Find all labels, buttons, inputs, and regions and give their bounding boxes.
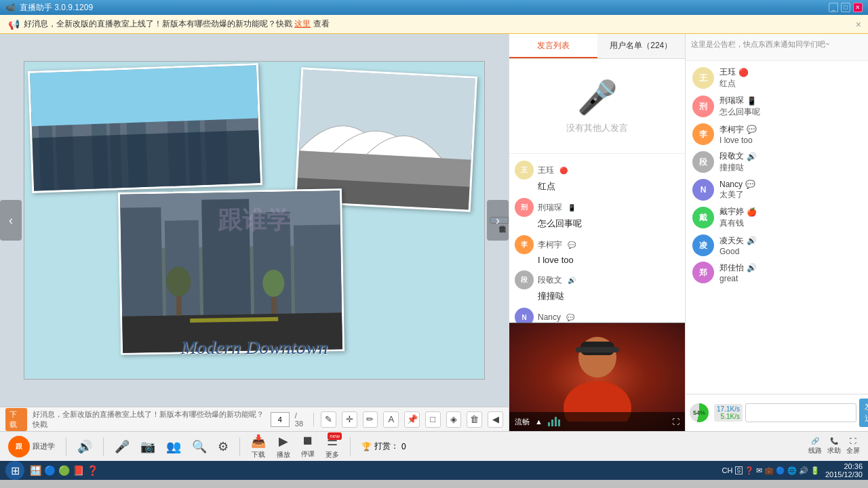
announcement-link[interactable]: 这里 [294,18,311,30]
current-time: 20:36 [825,462,863,470]
svg-rect-12 [32,130,260,191]
user-avatar: 王 [515,161,534,180]
user-list-message: 撞撞哒 [719,162,861,174]
svg-rect-32 [576,347,619,352]
pencil-tool-button[interactable]: ✎ [321,411,336,428]
volume-button[interactable]: 🔊 [77,439,92,454]
mic-placeholder: 🎤 没有其他人发言 [566,59,628,153]
user-list-info: 刑瑞琛 📱 怎么回事呢 [719,95,861,118]
video-preview: 流畅 ▲ ⛶ [509,323,685,431]
user-badge: 📱 [568,204,576,211]
photo-bottomleft [118,188,344,355]
user-list-info: 李柯宇 💬 I love too [719,124,861,145]
announcement-icon: 📢 [8,19,20,30]
user-name: Nancy [538,312,561,322]
delete-tool-button[interactable]: 🗑 [467,411,482,428]
stop-icon: ⏹ [302,434,314,448]
taskbar-icon-pdf[interactable]: 📕 [73,465,84,476]
bottom-toolbar: 跟 跟进学 🔊 🎤 📷 👥 🔍 ⚙ 📥 下载 ▶ 播放 ⏹ 停课 ☰ 更多 ne… [0,431,868,461]
logo-text: 跟 [16,442,22,451]
page-total: / 38 [295,411,307,428]
user-list-badge: 💬 [745,180,755,189]
chat-text-input[interactable] [745,403,856,422]
vol-bar-2 [551,420,553,426]
user-list-avatar: 郑 [692,262,714,283]
online-button[interactable]: 🔗 线路 [808,437,822,455]
message-user: 刑 刑瑞琛 📱 [515,198,679,217]
prev-slide-button[interactable]: ‹ [0,200,22,241]
bottom-separator-4 [350,437,351,456]
network-upload-speed: 17.1K/s [717,405,740,413]
collapse-tool-button[interactable]: ◀ [488,411,503,428]
camera-button[interactable]: 📷 [140,439,155,454]
pen-tool-button[interactable]: ✏ [363,411,378,428]
user-badge: 🔊 [568,277,576,284]
camera-icon: 📷 [140,439,155,454]
download-button[interactable]: 📥 下载 [251,434,266,460]
taskbar-left: ⊞ 🪟 🔵 🟢 📕 ❓ [5,461,722,480]
user-list-info: 郑佳怡 🔊 great [719,262,861,283]
user-list-name: 凌天矢 🔊 [719,235,861,247]
users-button[interactable]: 👥 [166,439,181,454]
title-bar: 📹 直播助手 3.0.9.1209 _ □ ✕ [0,0,868,15]
user-list-avatar: 王 [692,67,714,89]
zoom-button[interactable]: 🔍 [192,439,207,454]
user-name: 刑瑞琛 [538,202,562,214]
user-list-badge: 📱 [747,96,757,106]
help-button[interactable]: 📞 求助 [827,437,841,455]
stop-button[interactable]: ⏹ 停课 [301,434,315,459]
bottom-separator-2 [103,437,104,456]
page-number-input[interactable] [271,412,290,427]
more-button[interactable]: ☰ 更多 new [326,434,339,460]
taskbar-icon-help[interactable]: ❓ [87,465,98,476]
tab-messages[interactable]: 发言列表 [509,34,597,58]
title-bar-controls[interactable]: _ □ ✕ [829,3,863,12]
play-label: 播放 [277,450,290,460]
user-list-avatar: 段 [692,151,714,173]
user-list-message: 真有钱 [719,218,861,229]
taskbar-icon-windows[interactable]: 🪟 [30,465,41,476]
points-label: 打赏： [374,441,399,452]
user-avatar: 李 [515,235,534,254]
fullscreen-bottom-icon: ⛶ [850,437,856,445]
fullscreen-button[interactable]: ⛶ [672,418,679,426]
taskbar-icon-chrome[interactable]: 🔵 [44,465,56,476]
zoom-icon: 🔍 [192,439,207,454]
time-display: 20:36 2015/12/30 [825,462,863,479]
user-list-info: 段敬文 🔊 撞撞哒 [719,150,861,174]
taskbar-icon-app[interactable]: 🟢 [58,465,70,476]
next-slide-button[interactable]: › [487,200,509,241]
close-button[interactable]: ✕ [853,3,863,12]
pin-tool-button[interactable]: 📌 [404,411,420,428]
svg-rect-13 [30,65,260,126]
play-button[interactable]: ▶ 播放 [277,434,290,460]
points-value: 0 [401,442,406,451]
message-item: 刑 刑瑞琛 📱 怎么回事呢 [509,195,685,232]
mic-button[interactable]: 🎤 [115,439,130,454]
toolbar-separator-1 [313,413,314,426]
user-list-message: 怎么回事呢 [719,106,861,118]
fullscreen-bottom-button[interactable]: ⛶ 全屏 [846,437,860,455]
highlight-tool-button[interactable]: ◈ [446,411,462,428]
minimize-button[interactable]: _ [829,3,838,12]
user-list-message: 太美了 [719,189,861,201]
user-list-avatar: 戴 [692,207,714,228]
user-list-badge: 🔊 [747,236,757,245]
move-tool-button[interactable]: ✛ [342,411,357,428]
maximize-button[interactable]: □ [841,3,850,12]
user-list-message: 红点 [719,78,861,89]
no-message-area: 🎤 没有其他人发言 [509,59,685,154]
user-list-message: I love too [719,136,861,145]
photo-topleft [28,63,262,193]
announcement-close-button[interactable]: × [856,19,861,30]
text-tool-button[interactable]: A [383,411,399,428]
more-label: 更多 [326,450,339,460]
start-button[interactable]: ⊞ [5,461,24,480]
street-svg [120,190,342,353]
settings-button[interactable]: ⚙ [218,439,229,454]
send-button[interactable]: 发送 [859,399,868,427]
user-list-badge: 🔴 [738,68,749,77]
far-right-panel: 这里是公告栏，快点东西来通知同学们吧~ 王 王珏 🔴 红点 刑 刑瑞琛 📱 怎么… [685,34,868,431]
rect-tool-button[interactable]: □ [425,411,441,428]
tab-users[interactable]: 用户名单（224） [597,34,686,58]
